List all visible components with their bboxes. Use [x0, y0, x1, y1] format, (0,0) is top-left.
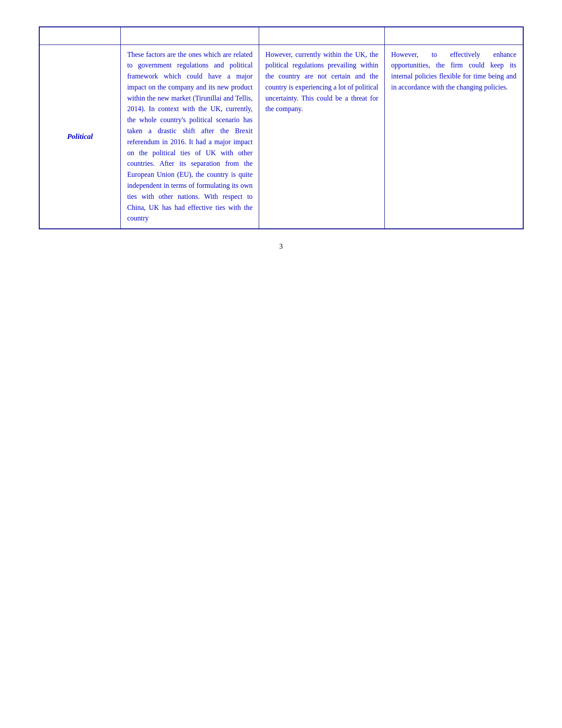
empty-cell-3: [259, 27, 385, 45]
pestle-table: Political These factors are the ones whi…: [39, 26, 524, 229]
political-description: These factors are the ones which are rel…: [121, 45, 259, 229]
empty-cell-2: [121, 27, 259, 45]
political-label: Political: [39, 45, 121, 229]
page-number: 3: [279, 243, 283, 250]
empty-cell-4: [385, 27, 523, 45]
empty-cell-1: [39, 27, 121, 45]
political-threat: However, currently within the UK, the po…: [259, 45, 385, 229]
page-content: Political These factors are the ones whi…: [39, 26, 524, 250]
political-row: Political These factors are the ones whi…: [39, 45, 523, 229]
empty-header-row: [39, 27, 523, 45]
political-opportunity: However, to effectively enhance opportun…: [385, 45, 523, 229]
